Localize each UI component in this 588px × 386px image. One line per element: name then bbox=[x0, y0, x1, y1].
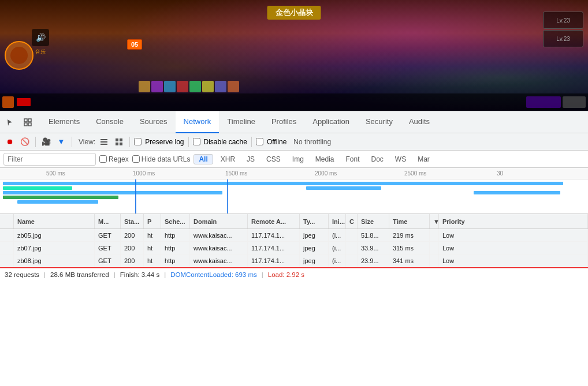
tab-console[interactable]: Console bbox=[88, 111, 132, 133]
th-type[interactable]: Ty... bbox=[300, 214, 329, 228]
regex-option[interactable]: Regex bbox=[99, 155, 129, 163]
filter-xhr-button[interactable]: XHR bbox=[217, 155, 239, 164]
filter-all-button[interactable]: All bbox=[193, 154, 213, 164]
preserve-log-checkbox[interactable] bbox=[134, 138, 142, 145]
filter-bar: Regex Hide data URLs All XHR JS CSS Img … bbox=[0, 151, 588, 168]
timeline-bar-5 bbox=[17, 200, 98, 204]
filter-js-button[interactable]: JS bbox=[243, 155, 259, 164]
record-button[interactable]: ⏺ bbox=[3, 136, 16, 148]
td-size-1: 33.9... bbox=[358, 242, 389, 254]
td-name-0: zb05.jpg bbox=[14, 229, 95, 241]
load-time: Load: 2.92 s bbox=[268, 271, 304, 278]
timeline-bar-6 bbox=[306, 186, 381, 190]
th-sort-arrow: ▼ bbox=[430, 214, 439, 228]
game-label: 金色小晶块 bbox=[267, 6, 321, 20]
td-init-2: (i... bbox=[329, 254, 346, 267]
table-body: zb05.jpg GET 200 ht http www.kaisac... 1… bbox=[0, 229, 588, 267]
td-priority-1: Low bbox=[439, 242, 588, 254]
th-status[interactable]: Sta... bbox=[121, 214, 144, 228]
offline-group[interactable]: Offline bbox=[256, 138, 286, 146]
td-proto-0: ht bbox=[144, 229, 161, 241]
table-header: Name M... Sta... P Sche... Domain Remote… bbox=[0, 214, 588, 229]
disable-cache-group[interactable]: Disable cache bbox=[193, 138, 247, 146]
dom-content-loaded: DOMContentLoaded: 693 ms bbox=[170, 271, 257, 278]
td-init-0: (i... bbox=[329, 229, 346, 241]
th-remote[interactable]: Remote A... bbox=[248, 214, 300, 228]
th-method[interactable]: M... bbox=[95, 214, 121, 228]
filter-css-button[interactable]: CSS bbox=[262, 155, 285, 164]
camera-button[interactable]: 🎥 bbox=[40, 136, 53, 148]
network-toolbar: ⏺ 🚫 🎥 ▼ View: Preserve log bbox=[0, 133, 588, 151]
throttle-label: No throttling bbox=[293, 138, 331, 146]
offline-label: Offline bbox=[267, 138, 286, 146]
table-row[interactable]: zb05.jpg GET 200 ht http www.kaisac... 1… bbox=[0, 229, 588, 242]
tab-application[interactable]: Application bbox=[304, 111, 358, 133]
th-size[interactable]: Size bbox=[358, 214, 389, 228]
tab-security[interactable]: Security bbox=[358, 111, 401, 133]
td-proto-2: ht bbox=[144, 254, 161, 267]
td-remote-1: 117.174.1... bbox=[248, 242, 300, 254]
view-label: View: bbox=[79, 138, 95, 146]
filter-button[interactable]: ▼ bbox=[55, 136, 68, 148]
svg-rect-6 bbox=[101, 144, 107, 145]
tick-1500: 1500 ms bbox=[225, 170, 247, 177]
tab-profiles[interactable]: Profiles bbox=[263, 111, 304, 133]
hide-data-urls-checkbox[interactable] bbox=[132, 155, 140, 163]
filter-ws-button[interactable]: WS bbox=[391, 155, 410, 164]
filter-input[interactable] bbox=[3, 153, 96, 166]
td-status-0: 200 bbox=[121, 229, 144, 241]
th-name[interactable]: Name bbox=[14, 214, 95, 228]
th-priority[interactable]: Priority bbox=[439, 214, 588, 228]
table-row[interactable]: zb07.jpg GET 200 ht http www.kaisac... 1… bbox=[0, 242, 588, 254]
timeline-ruler: 500 ms 1000 ms 1500 ms 2000 ms 2500 ms 3… bbox=[0, 168, 588, 179]
td-remote-0: 117.174.1... bbox=[248, 229, 300, 241]
clear-button[interactable]: 🚫 bbox=[18, 136, 31, 148]
td-name-1: zb07.jpg bbox=[14, 242, 95, 254]
preserve-log-group[interactable]: Preserve log bbox=[134, 138, 184, 146]
view-list-button[interactable] bbox=[98, 136, 110, 148]
td-proto-1: ht bbox=[144, 242, 161, 254]
filter-media-button[interactable]: Media bbox=[311, 155, 338, 164]
svg-rect-2 bbox=[24, 123, 27, 126]
filter-img-button[interactable]: Img bbox=[288, 155, 308, 164]
th-init[interactable]: Ini... bbox=[329, 214, 346, 228]
th-c[interactable]: C bbox=[346, 214, 358, 228]
devtools-panel: Elements Console Sources Network Timelin… bbox=[0, 111, 588, 281]
th-scheme[interactable]: Sche... bbox=[161, 214, 190, 228]
th-proto[interactable]: P bbox=[144, 214, 161, 228]
regex-checkbox[interactable] bbox=[99, 155, 107, 163]
tab-network[interactable]: Network bbox=[176, 111, 219, 133]
filter-mar-button[interactable]: Mar bbox=[414, 155, 434, 164]
filter-font-button[interactable]: Font bbox=[342, 155, 364, 164]
timeline-area: 500 ms 1000 ms 1500 ms 2000 ms 2500 ms 3… bbox=[0, 168, 588, 214]
th-check bbox=[0, 214, 14, 228]
toolbar-separator-3 bbox=[129, 137, 130, 147]
td-check-1 bbox=[0, 242, 14, 254]
tab-sources[interactable]: Sources bbox=[132, 111, 176, 133]
tab-audits[interactable]: Audits bbox=[401, 111, 438, 133]
td-time-2: 341 ms bbox=[389, 254, 430, 267]
tab-timeline[interactable]: Timeline bbox=[219, 111, 263, 133]
filter-doc-button[interactable]: Doc bbox=[367, 155, 388, 164]
offline-checkbox[interactable] bbox=[256, 138, 263, 145]
td-domain-0: www.kaisac... bbox=[190, 229, 248, 241]
td-scheme-2: http bbox=[161, 254, 190, 267]
td-c-1 bbox=[346, 242, 358, 254]
td-scheme-1: http bbox=[161, 242, 190, 254]
disable-cache-checkbox[interactable] bbox=[193, 138, 200, 145]
finish-time: Finish: 3.44 s bbox=[120, 271, 159, 278]
table-row[interactable]: zb08.jpg GET 200 ht http www.kaisac... 1… bbox=[0, 254, 588, 267]
td-method-1: GET bbox=[95, 242, 121, 254]
view-detail-button[interactable] bbox=[113, 136, 125, 148]
tab-elements[interactable]: Elements bbox=[40, 111, 88, 133]
th-domain[interactable]: Domain bbox=[190, 214, 248, 228]
tick-2000: 2000 ms bbox=[315, 170, 337, 177]
td-scheme-0: http bbox=[161, 229, 190, 241]
disable-cache-label: Disable cache bbox=[204, 138, 247, 146]
th-time[interactable]: Time bbox=[389, 214, 430, 228]
timeline-bar-4 bbox=[3, 196, 118, 199]
td-priority-0: Low bbox=[439, 229, 588, 241]
inspect-icon[interactable] bbox=[20, 114, 36, 130]
hide-data-urls-option[interactable]: Hide data URLs bbox=[132, 155, 191, 163]
cursor-icon[interactable] bbox=[2, 114, 18, 130]
